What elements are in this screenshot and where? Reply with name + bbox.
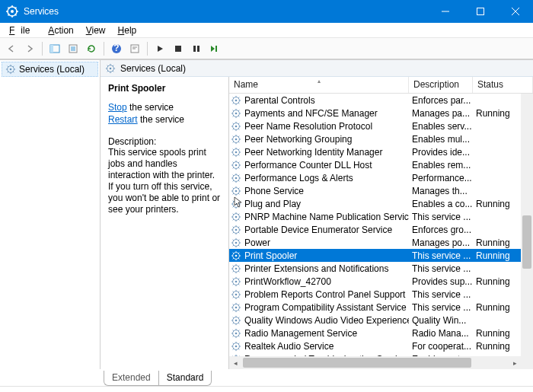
service-name: Portable Device Enumerator Service [244, 225, 392, 235]
help-button[interactable]: ? [108, 40, 125, 57]
gear-icon [231, 199, 241, 209]
gear-icon [231, 341, 241, 352]
service-row[interactable]: Phone ServiceManages th... [229, 184, 533, 197]
svg-point-40 [235, 241, 238, 244]
service-row[interactable]: Quality Windows Audio Video ExperienceQu… [229, 314, 533, 327]
svg-rect-4 [50, 45, 53, 53]
service-row[interactable]: Print SpoolerThis service ...Running [229, 249, 533, 262]
vertical-scrollbar[interactable] [521, 94, 533, 356]
service-row[interactable]: Portable Device Enumerator ServiceEnforc… [229, 223, 533, 236]
service-row[interactable]: Peer Name Resolution ProtocolEnables ser… [229, 120, 533, 132]
svg-point-48 [235, 293, 238, 295]
service-name: Realtek Audio Service [244, 341, 334, 352]
view-tabs: Extended Standard [0, 369, 533, 386]
service-description: For cooperat... [409, 341, 473, 352]
stop-service-button[interactable] [170, 40, 187, 57]
service-row[interactable]: Printer Extensions and NotificationsThis… [229, 262, 533, 275]
scroll-left-icon[interactable]: ◂ [229, 356, 241, 369]
service-name: PNRP Machine Name Publication Service [244, 212, 409, 222]
service-row[interactable]: PrintWorkflow_42700Provides sup...Runnin… [229, 275, 533, 288]
service-row[interactable]: Payments and NFC/SE ManagerManages pa...… [229, 107, 533, 120]
scrollbar-thumb[interactable] [243, 358, 471, 368]
svg-rect-12 [215, 46, 217, 52]
scroll-right-icon[interactable]: ▸ [509, 356, 521, 369]
gear-icon [231, 315, 241, 326]
refresh-button[interactable] [83, 40, 100, 57]
svg-point-22 [235, 125, 238, 127]
gear-icon [231, 263, 241, 274]
menubar: File Action View Help [0, 23, 533, 38]
properties-button[interactable] [126, 40, 143, 57]
gear-icon [231, 186, 241, 196]
close-button[interactable] [498, 0, 533, 23]
services-app-icon [6, 5, 18, 18]
menu-view[interactable]: View [80, 24, 112, 37]
service-description: This service ... [409, 212, 473, 222]
tab-standard[interactable]: Standard [158, 371, 212, 386]
service-description: Manages pa... [409, 108, 473, 119]
menu-file[interactable]: File [3, 24, 42, 37]
service-row[interactable]: PNRP Machine Name Publication ServiceThi… [229, 210, 533, 223]
service-row[interactable]: Peer Networking Identity ManagerProvides… [229, 145, 533, 158]
gear-icon [231, 250, 241, 261]
forward-button[interactable] [21, 40, 38, 57]
service-description: This service ... [409, 263, 473, 274]
svg-point-56 [235, 345, 238, 347]
svg-rect-10 [193, 46, 196, 52]
svg-point-18 [235, 99, 238, 101]
service-status: Running [473, 302, 522, 313]
maximize-button[interactable] [463, 0, 498, 23]
gear-icon [231, 328, 241, 339]
service-description: This service ... [409, 302, 473, 313]
service-name: Power [244, 237, 270, 248]
svg-point-46 [235, 280, 238, 282]
restart-service-link[interactable]: Restart [108, 114, 138, 125]
service-row[interactable]: Peer Networking GroupingEnables mul... [229, 132, 533, 145]
service-description: Enables a co... [409, 199, 473, 209]
service-name: Program Compatibility Assistant Service [244, 302, 407, 313]
service-description: Provides sup... [409, 276, 473, 287]
service-row[interactable]: PowerManages po...Running [229, 236, 533, 249]
service-row[interactable]: Radio Management ServiceRadio Mana...Run… [229, 327, 533, 339]
service-name: Peer Networking Grouping [244, 134, 352, 145]
service-name: Performance Logs & Alerts [244, 173, 353, 183]
service-description: Enables serv... [409, 121, 473, 132]
svg-text:?: ? [113, 43, 119, 53]
service-name: Printer Extensions and Notifications [244, 263, 388, 274]
service-status: Running [473, 328, 522, 339]
sort-indicator-icon: ▴ [318, 78, 321, 84]
service-row[interactable]: Realtek Audio ServiceFor cooperat...Runn… [229, 339, 533, 352]
service-row[interactable]: Problem Reports Control Panel SupportThi… [229, 288, 533, 301]
service-row[interactable]: Parental ControlsEnforces par... [229, 94, 533, 107]
tree-node-services-local[interactable]: Services (Local) [2, 62, 98, 77]
service-description: This service ... [409, 250, 473, 261]
tab-extended[interactable]: Extended [104, 371, 158, 386]
tree-node-label: Services (Local) [19, 64, 85, 75]
gear-icon [231, 225, 241, 235]
gear-icon [231, 276, 241, 287]
column-header-description[interactable]: Description [409, 77, 473, 93]
minimize-button[interactable] [428, 0, 463, 23]
detail-service-name: Print Spooler [108, 83, 221, 94]
gear-icon [231, 173, 241, 183]
column-header-name[interactable]: Name▴ [229, 77, 409, 93]
service-row[interactable]: Program Compatibility Assistant ServiceT… [229, 301, 533, 314]
horizontal-scrollbar[interactable]: ◂ ▸ [229, 356, 521, 369]
service-name: Plug and Play [244, 199, 301, 209]
show-hide-tree-button[interactable] [46, 40, 63, 57]
export-list-button[interactable] [65, 40, 81, 57]
start-service-button[interactable] [152, 40, 168, 57]
service-row[interactable]: Performance Logs & AlertsPerformance... [229, 171, 533, 184]
description-label: Description: [108, 136, 221, 147]
menu-help[interactable]: Help [112, 24, 143, 37]
service-row[interactable]: Plug and PlayEnables a co...Running [229, 197, 533, 210]
service-row[interactable]: Performance Counter DLL HostEnables rem.… [229, 158, 533, 171]
stop-service-link[interactable]: Stop [108, 102, 127, 113]
column-header-status[interactable]: Status [473, 77, 533, 93]
scrollbar-thumb[interactable] [522, 215, 531, 269]
menu-action[interactable]: Action [42, 24, 79, 37]
pause-service-button[interactable] [188, 40, 205, 57]
restart-service-button[interactable] [206, 40, 223, 57]
service-name: Parental Controls [244, 95, 315, 106]
back-button[interactable] [3, 40, 20, 57]
